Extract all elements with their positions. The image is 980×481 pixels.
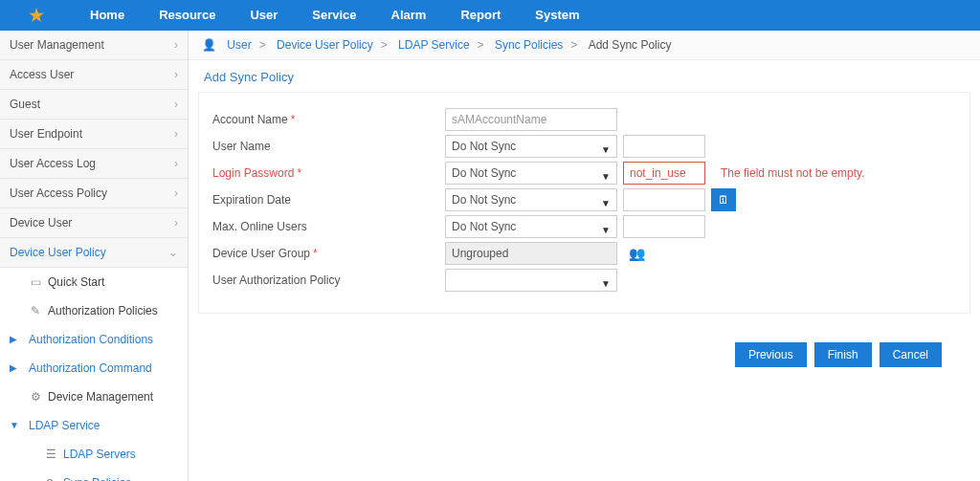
chevron-down-icon: ⌄ [168, 246, 178, 259]
breadcrumb-device-user-policy[interactable]: Device User Policy [277, 38, 373, 52]
user-authorization-policy-select[interactable]: ▼ [445, 269, 617, 292]
nav-service[interactable]: Service [295, 0, 373, 31]
server-icon: ☰ [44, 448, 57, 461]
top-nav: ★ Home Resource User Service Alarm Repor… [0, 0, 980, 31]
chevron-right-icon: › [174, 68, 178, 81]
nav-alarm[interactable]: Alarm [374, 0, 444, 31]
sidebar-item-device-management[interactable]: ⚙Device Management [0, 383, 188, 411]
chevron-down-icon: ▼ [601, 193, 611, 214]
max-online-select[interactable]: Do Not Sync▼ [445, 215, 617, 238]
group-picker-button[interactable]: 👥 [629, 246, 645, 261]
page-title: Add Sync Policy [189, 60, 980, 92]
breadcrumb-ldap-service[interactable]: LDAP Service [398, 38, 469, 52]
chevron-right-icon: › [174, 38, 178, 52]
sidebar-item-ldap-service[interactable]: ▼LDAP Service [0, 411, 188, 440]
button-bar: Previous Finish Cancel [189, 333, 980, 377]
sidebar: User Management› Access User› Guest› Use… [0, 31, 189, 481]
breadcrumb: 👤 User> Device User Policy> LDAP Service… [189, 31, 980, 60]
sidebar-item-ldap-servers[interactable]: ☰LDAP Servers [0, 440, 188, 469]
chevron-right-icon: › [174, 127, 178, 141]
label-expiration-date: Expiration Date [211, 193, 445, 207]
sidebar-item-guest[interactable]: Guest› [0, 90, 188, 120]
breadcrumb-current: Add Sync Policy [589, 38, 672, 52]
sync-icon: ⟳ [44, 476, 57, 481]
sidebar-item-sync-policies[interactable]: ⟳Sync Policies [0, 469, 188, 481]
label-user-name: User Name [211, 140, 445, 153]
cancel-button[interactable]: Cancel [880, 342, 942, 367]
login-password-select[interactable]: Do Not Sync▼ [445, 162, 617, 185]
policy-icon: ✎ [29, 304, 42, 317]
previous-button[interactable]: Previous [735, 342, 807, 367]
label-device-user-group: Device User Group* [211, 247, 445, 260]
chevron-right-icon: › [174, 216, 178, 230]
label-account-name: Account Name* [211, 113, 445, 126]
main-content: 👤 User> Device User Policy> LDAP Service… [189, 31, 980, 481]
chevron-right-icon: › [174, 98, 178, 111]
sidebar-item-user-endpoint[interactable]: User Endpoint› [0, 120, 188, 149]
label-user-authorization-policy: User Authorization Policy [211, 273, 445, 287]
calendar-button[interactable]: 🗓 [711, 188, 736, 211]
sidebar-item-user-management[interactable]: User Management› [0, 31, 188, 60]
nav-system[interactable]: System [518, 0, 596, 31]
caret-right-icon: ▶ [10, 334, 17, 344]
nav-report[interactable]: Report [443, 0, 518, 31]
user-icon: 👤 [202, 38, 216, 52]
breadcrumb-sync-policies[interactable]: Sync Policies [495, 38, 563, 52]
nav-resource[interactable]: Resource [142, 0, 233, 31]
screen-icon: ▭ [29, 275, 42, 289]
label-max-online-users: Max. Online Users [211, 220, 445, 233]
chevron-down-icon: ▼ [601, 140, 611, 161]
sidebar-item-authorization-policies[interactable]: ✎Authorization Policies [0, 296, 188, 325]
login-password-error: The field must not be empty. [721, 166, 865, 180]
login-password-aux-input[interactable] [623, 162, 705, 185]
form-panel: Account Name* User Name Do Not Sync▼ Log… [198, 92, 970, 314]
caret-right-icon: ▶ [10, 362, 17, 373]
user-name-aux-input[interactable] [623, 135, 705, 158]
nav-home[interactable]: Home [73, 0, 142, 31]
chevron-down-icon: ▼ [601, 220, 611, 241]
chevron-right-icon: › [174, 186, 178, 200]
sidebar-item-device-user-policy[interactable]: Device User Policy⌄ [0, 238, 188, 268]
device-user-group-input [445, 242, 617, 265]
breadcrumb-user[interactable]: User [227, 38, 251, 52]
sidebar-item-authorization-conditions[interactable]: ▶Authorization Conditions [0, 325, 188, 354]
sidebar-item-user-access-policy[interactable]: User Access Policy› [0, 179, 188, 208]
calendar-icon: 🗓 [718, 193, 729, 207]
chevron-down-icon: ▼ [601, 273, 611, 295]
sidebar-item-user-access-log[interactable]: User Access Log› [0, 149, 188, 179]
nav-user[interactable]: User [233, 0, 295, 31]
sidebar-item-access-user[interactable]: Access User› [0, 60, 188, 90]
sidebar-item-quick-start[interactable]: ▭Quick Start [0, 268, 188, 296]
account-name-input[interactable] [445, 108, 617, 131]
expiration-date-select[interactable]: Do Not Sync▼ [445, 188, 617, 211]
sidebar-item-authorization-command[interactable]: ▶Authorization Command [0, 354, 188, 383]
caret-down-icon: ▼ [10, 420, 19, 430]
finish-button[interactable]: Finish [814, 342, 872, 367]
star-icon: ★ [29, 5, 44, 26]
group-icon: 👥 [629, 246, 645, 261]
chevron-right-icon: › [174, 157, 178, 170]
sidebar-item-device-user[interactable]: Device User› [0, 208, 188, 238]
expiration-date-aux-input[interactable] [623, 188, 705, 211]
label-login-password: Login Password* [211, 166, 445, 180]
user-name-select[interactable]: Do Not Sync▼ [445, 135, 617, 158]
device-icon: ⚙ [29, 390, 42, 404]
max-online-aux-input[interactable] [623, 215, 705, 238]
chevron-down-icon: ▼ [601, 166, 611, 187]
